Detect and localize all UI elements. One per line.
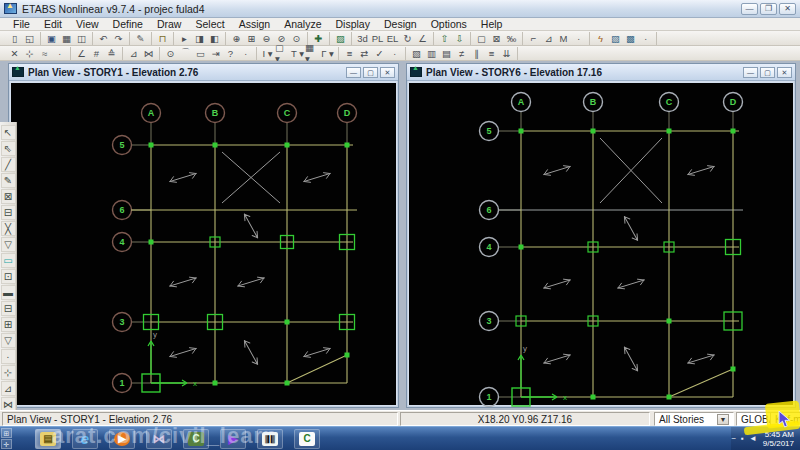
- assign-frame-icon[interactable]: ⌒: [178, 47, 193, 60]
- angle-icon[interactable]: ∠: [74, 47, 89, 60]
- draw-line-element-icon[interactable]: ▬: [1, 285, 16, 300]
- assign-load-icon[interactable]: ⇥: [208, 47, 223, 60]
- object-shrink-icon[interactable]: ▢: [474, 32, 489, 45]
- draw-box-icon[interactable]: ⌐: [526, 32, 541, 45]
- menu-assign[interactable]: Assign: [232, 18, 278, 30]
- perspective-icon[interactable]: ∠: [415, 32, 430, 45]
- reshape-object-icon[interactable]: ⇖: [1, 141, 16, 156]
- plan-canvas-story1[interactable]: ABCD56431xy: [11, 83, 396, 405]
- more6-icon[interactable]: ⇊: [499, 47, 514, 60]
- plan-view-icon[interactable]: PL: [370, 32, 385, 45]
- plan-view-window-story6[interactable]: Plan View - STORY6 - Elevation 17.16 — ▢…: [406, 63, 796, 408]
- open-file-icon[interactable]: ◱: [22, 32, 37, 45]
- move-up-story-icon[interactable]: ⇧: [437, 32, 452, 45]
- plan-view-story1-titlebar[interactable]: Plan View - STORY1 - Elevation 2.76 — ▢ …: [9, 64, 398, 81]
- explorer-taskbar-icon[interactable]: ▤: [35, 429, 61, 449]
- draw-brace-icon[interactable]: ╳: [1, 221, 16, 236]
- merge-icon[interactable]: ≈: [37, 47, 52, 60]
- tray-shield-icon[interactable]: ▪: [741, 434, 744, 443]
- menu-options[interactable]: Options: [424, 18, 474, 30]
- menu-select[interactable]: Select: [188, 18, 231, 30]
- assign-shell-icon[interactable]: ▭: [193, 47, 208, 60]
- show-deformed-icon[interactable]: ≡: [342, 47, 357, 60]
- menu-file[interactable]: File: [6, 18, 37, 30]
- run-analysis-icon[interactable]: ▸: [177, 32, 192, 45]
- image-a-icon[interactable]: ▧: [608, 32, 623, 45]
- print-icon[interactable]: ▦: [59, 32, 74, 45]
- check-model-icon[interactable]: ✓: [372, 47, 387, 60]
- print-preview-icon[interactable]: ◫: [74, 32, 89, 45]
- show-forces-icon[interactable]: ⇄: [357, 47, 372, 60]
- quick-launch-grid-icon[interactable]: ⊞: [1, 428, 12, 438]
- zoom-window-icon[interactable]: ⊞: [244, 32, 259, 45]
- move-down-story-icon[interactable]: ⇩: [452, 32, 467, 45]
- more-icon[interactable]: ∙: [571, 32, 586, 45]
- child1-restore-button[interactable]: ▢: [363, 67, 378, 78]
- redo-icon[interactable]: ↷: [111, 32, 126, 45]
- save-icon[interactable]: ▣: [44, 32, 59, 45]
- equal-icon[interactable]: ≡: [484, 47, 499, 60]
- menu-display[interactable]: Display: [329, 18, 377, 30]
- help-pointer-icon[interactable]: ?: [223, 47, 238, 60]
- select-pointer-icon[interactable]: ↖: [1, 125, 16, 140]
- link-props-icon[interactable]: ⋈: [141, 47, 156, 60]
- child1-close-button[interactable]: ✕: [380, 67, 395, 78]
- extrude-view-icon[interactable]: ⊠: [489, 32, 504, 45]
- more-tools-dots-icon[interactable]: ∙: [1, 349, 16, 364]
- media-player-icon[interactable]: ▶: [109, 429, 135, 449]
- set-picture-icon[interactable]: ▨: [333, 32, 348, 45]
- tray-minimize-icon[interactable]: −: [731, 434, 736, 443]
- child2-restore-button[interactable]: ▢: [760, 67, 775, 78]
- draw-beam-icon[interactable]: ⊟: [1, 205, 16, 220]
- internet-explorer-icon[interactable]: e: [72, 429, 98, 449]
- menu-edit[interactable]: Edit: [37, 18, 69, 30]
- menu-analyze[interactable]: Analyze: [277, 18, 328, 30]
- menu-view[interactable]: View: [69, 18, 106, 30]
- not-equal-icon[interactable]: ≠: [454, 47, 469, 60]
- draw-opening-icon[interactable]: ⊟: [1, 301, 16, 316]
- snap-line-icon[interactable]: ⊿: [1, 381, 16, 396]
- draw-poly-icon[interactable]: ⊿: [541, 32, 556, 45]
- angle-dropdown[interactable]: Γ ▾: [320, 47, 335, 60]
- edit-pencil-icon[interactable]: ✎: [133, 32, 148, 45]
- slab-dropdown[interactable]: ▦ ▾: [305, 47, 320, 60]
- elevation-view-icon[interactable]: EL: [385, 32, 400, 45]
- undo-icon[interactable]: ↶: [96, 32, 111, 45]
- child1-minimize-button[interactable]: —: [346, 67, 361, 78]
- undeformed-icon[interactable]: ▤: [439, 47, 454, 60]
- stories-dropdown-arrow-icon[interactable]: ▼: [717, 414, 729, 425]
- measure-icon[interactable]: M: [556, 32, 571, 45]
- close-button[interactable]: ✕: [779, 3, 796, 15]
- draw-wall-icon[interactable]: ▽: [1, 237, 16, 252]
- more3-icon[interactable]: ∙: [52, 47, 67, 60]
- child2-minimize-button[interactable]: —: [743, 67, 758, 78]
- restore-button[interactable]: ❐: [760, 3, 777, 15]
- more5-icon[interactable]: ∙: [387, 47, 402, 60]
- delete-icon[interactable]: ◧: [207, 32, 222, 45]
- display-options-icon[interactable]: ▧: [409, 47, 424, 60]
- plan-view-window-story1[interactable]: Plan View - STORY1 - Elevation 2.76 — ▢ …: [8, 63, 399, 408]
- menu-define[interactable]: Define: [106, 18, 150, 30]
- rotate-view-icon[interactable]: ↻: [400, 32, 415, 45]
- lightning-icon[interactable]: ϟ: [593, 32, 608, 45]
- mesh-area-icon[interactable]: ⊞: [1, 317, 16, 332]
- replicate-icon[interactable]: ◨: [192, 32, 207, 45]
- frame-I-dropdown[interactable]: I ▾: [260, 47, 275, 60]
- quick-launch-crosshair-icon[interactable]: ✛: [1, 439, 12, 449]
- story-data-icon[interactable]: ≙: [104, 47, 119, 60]
- draw-quad-icon[interactable]: ▽: [1, 333, 16, 348]
- draw-line-icon[interactable]: ╱: [1, 157, 16, 172]
- frame-section-icon[interactable]: ⊿: [126, 47, 141, 60]
- c-white-icon[interactable]: C: [294, 429, 320, 449]
- more4-icon[interactable]: ∙: [238, 47, 253, 60]
- draw-special-line-icon[interactable]: ✎: [1, 173, 16, 188]
- view-3d-icon[interactable]: 3d: [355, 32, 370, 45]
- percent-icon[interactable]: ‰: [504, 32, 519, 45]
- zoom-full-icon[interactable]: ⊙: [289, 32, 304, 45]
- plan-canvas-story6[interactable]: ABCD56431xy: [409, 83, 793, 405]
- menu-design[interactable]: Design: [377, 18, 424, 30]
- child2-close-button[interactable]: ✕: [777, 67, 792, 78]
- more2-icon[interactable]: ∙: [638, 32, 653, 45]
- move-points-icon[interactable]: ⊹: [22, 47, 37, 60]
- parallel-icon[interactable]: ∥: [469, 47, 484, 60]
